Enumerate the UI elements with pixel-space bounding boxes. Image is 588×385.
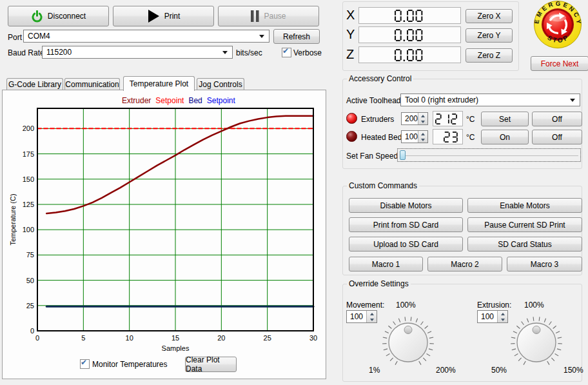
movement-knob[interactable] — [380, 313, 436, 370]
z-position-display — [358, 46, 461, 63]
macro-1-button[interactable]: Macro 1 — [349, 257, 423, 271]
button-label: Macro 2 — [451, 260, 478, 269]
macro-3-button[interactable]: Macro 3 — [507, 257, 582, 271]
pause-button[interactable]: Pause — [218, 6, 319, 26]
tab-label: Temperature Plot — [130, 79, 188, 88]
print-button[interactable]: Print — [113, 6, 214, 26]
button-label: Disable Motors — [380, 201, 431, 210]
spinner-arrows[interactable] — [418, 113, 427, 124]
pause-sd-print-button[interactable]: Pause Current SD Print — [467, 217, 582, 232]
movement-min-pct: 1% — [369, 366, 380, 375]
extrusion-top-pct: 100% — [524, 301, 544, 310]
extrusion-label: Extrusion: — [477, 301, 511, 310]
extrusion-value: 100 — [478, 311, 497, 322]
extruder-set-button[interactable]: Set — [481, 112, 529, 126]
tab-label: Jog Controls — [199, 80, 242, 89]
extrusion-override-spinner[interactable]: 100 — [477, 310, 508, 323]
extruder-temp-display — [433, 111, 463, 126]
play-icon — [147, 9, 160, 23]
svg-text:200: 200 — [23, 124, 34, 132]
sd-card-status-button[interactable]: SD Card Status — [467, 237, 582, 252]
movement-override-spinner[interactable]: 100 — [346, 310, 377, 323]
spinner-arrows[interactable] — [366, 311, 377, 322]
bed-setpoint-spinner[interactable]: 100 — [401, 130, 428, 143]
fan-speed-label: Set Fan Speed — [346, 152, 398, 161]
accessory-control-title: Accessory Control — [347, 74, 413, 83]
tab-gcode-library[interactable]: G-Code Library — [6, 78, 63, 90]
refresh-button[interactable]: Refresh — [273, 29, 320, 44]
fan-slider-handle[interactable] — [400, 150, 406, 160]
temperature-plot-pane: Extruder Setpoint Bed Setpoint 051015202… — [2, 90, 326, 379]
movement-label: Movement: — [346, 301, 384, 310]
button-label: Print from SD Card — [373, 221, 438, 230]
bed-on-button[interactable]: On — [481, 130, 529, 144]
print-from-sd-button[interactable]: Print from SD Card — [349, 217, 463, 232]
svg-text:Samples: Samples — [162, 344, 190, 352]
extruder-status-led — [346, 113, 357, 124]
upload-to-sd-button[interactable]: Upload to SD Card — [349, 237, 463, 252]
override-settings-title: Override Settings — [347, 279, 411, 288]
enable-motors-button[interactable]: Enable Motors — [467, 198, 582, 213]
movement-top-pct: 100% — [396, 301, 416, 310]
button-label: Pause Current SD Print — [484, 221, 565, 230]
tab-label: Communication — [65, 80, 119, 89]
movement-value: 100 — [347, 311, 366, 322]
port-select[interactable]: COM4 — [23, 30, 270, 43]
extruders-label: Extruders — [361, 115, 394, 124]
svg-text:50: 50 — [26, 277, 34, 284]
x-position-display — [358, 7, 461, 24]
monitor-temperatures-checkbox[interactable]: ✔ — [80, 359, 90, 369]
bed-setpoint-value: 100 — [402, 131, 418, 143]
tab-temperature-plot[interactable]: Temperature Plot — [123, 76, 195, 91]
verbose-checkbox[interactable]: ✔ — [282, 48, 291, 57]
svg-text:0: 0 — [30, 327, 34, 335]
extruder-setpoint-spinner[interactable]: 200 — [401, 112, 428, 125]
disconnect-button[interactable]: Disconnect — [8, 6, 109, 26]
disable-motors-button[interactable]: Disable Motors — [349, 198, 463, 213]
zero-y-button[interactable]: Zero Y — [466, 28, 513, 43]
y-position-display — [358, 26, 461, 43]
baud-units-label: bits/sec — [236, 48, 262, 57]
check-icon: ✔ — [282, 46, 289, 55]
button-label: SD Card Status — [498, 240, 551, 249]
spinner-arrows[interactable] — [497, 311, 507, 322]
bed-off-button[interactable]: Off — [532, 130, 582, 144]
temperature-chart: 0510152025300255075100125150175200Sample… — [6, 94, 323, 359]
svg-text:5: 5 — [81, 334, 85, 342]
clear-plot-data-button[interactable]: Clear Plot Data — [185, 357, 237, 372]
macro-2-button[interactable]: Macro 2 — [427, 257, 502, 271]
verbose-label: Verbose — [293, 48, 322, 57]
extrusion-knob[interactable] — [509, 313, 564, 370]
force-next-label: Force Next — [541, 59, 579, 68]
active-toolhead-value: Tool 0 (right extruder) — [405, 95, 478, 104]
spinner-arrows[interactable] — [418, 131, 427, 143]
print-label: Print — [164, 12, 181, 21]
tab-communication[interactable]: Communication — [64, 78, 120, 90]
on-label: On — [500, 133, 510, 142]
baud-rate-select[interactable]: 115200 — [42, 46, 233, 59]
tab-jog-controls[interactable]: Jog Controls — [197, 78, 244, 90]
fan-speed-slider[interactable] — [397, 148, 581, 162]
force-next-button[interactable]: Force Next — [531, 56, 588, 71]
extrusion-min-pct: 50% — [491, 366, 507, 375]
button-label: Upload to SD Card — [373, 240, 438, 249]
bed-units-label: °C — [466, 133, 475, 142]
off-label: Off — [552, 115, 562, 124]
pause-label: Pause — [264, 12, 286, 21]
bed-status-led — [346, 131, 357, 142]
zero-z-label: Zero Z — [478, 51, 500, 60]
off-label: Off — [552, 133, 562, 142]
extruder-off-button[interactable]: Off — [532, 112, 582, 126]
custom-commands-title: Custom Commands — [347, 181, 419, 190]
power-icon — [31, 10, 43, 23]
emergency-stop-button[interactable]: EMERGENCY STOP — [531, 0, 584, 50]
zero-y-label: Zero Y — [478, 31, 501, 40]
svg-text:25: 25 — [264, 334, 271, 342]
extrusion-max-pct: 150% — [564, 366, 583, 375]
zero-z-button[interactable]: Zero Z — [466, 48, 513, 63]
zero-x-button[interactable]: Zero X — [466, 9, 513, 23]
active-toolhead-select[interactable]: Tool 0 (right extruder) — [400, 94, 580, 106]
svg-text:30: 30 — [309, 334, 317, 342]
zero-x-label: Zero X — [477, 12, 500, 21]
extruder-units-label: °C — [466, 115, 475, 124]
